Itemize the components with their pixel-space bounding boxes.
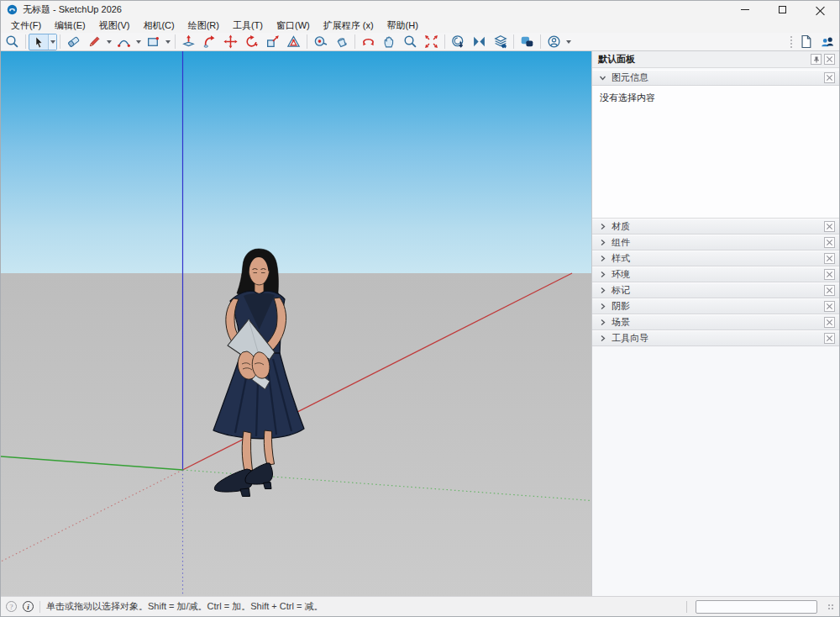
toolbar-separator [60, 34, 60, 49]
follow-me-tool-button[interactable] [199, 34, 220, 50]
pin-panel-button[interactable] [811, 54, 822, 65]
toolbar-separator [307, 34, 307, 49]
toolbar-separator [513, 34, 514, 49]
menu-extensions[interactable]: 扩展程序 (x) [317, 18, 381, 34]
close-icon [827, 256, 832, 261]
panel-section-components[interactable]: 组件 [592, 235, 839, 250]
close-button[interactable] [801, 1, 839, 18]
menu-edit[interactable]: 编辑(E) [48, 18, 92, 34]
toolbar [1, 33, 839, 51]
paint-bucket-tool-button[interactable] [331, 34, 352, 50]
panel-section-styles[interactable]: 样式 [592, 250, 839, 266]
close-icon [827, 319, 832, 325]
menu-file[interactable]: 文件(F) [4, 18, 48, 34]
feedback-button[interactable] [517, 34, 538, 50]
new-model-button[interactable] [795, 34, 816, 50]
sign-in-button[interactable] [543, 34, 564, 50]
community-button[interactable] [816, 34, 837, 50]
info-icon[interactable]: i [23, 601, 34, 612]
menu-draw[interactable]: 绘图(R) [181, 18, 226, 34]
viewport[interactable] [1, 51, 591, 596]
close-section-button[interactable] [824, 301, 835, 312]
close-section-button[interactable] [824, 72, 835, 83]
rectangle-dropdown[interactable] [164, 40, 172, 44]
close-panel-button[interactable] [824, 54, 835, 65]
close-icon [827, 224, 832, 229]
panel-header[interactable]: 默认面板 [592, 51, 839, 68]
close-section-button[interactable] [824, 221, 835, 232]
menu-camera[interactable]: 相机(C) [136, 18, 181, 34]
rectangle-tool-button[interactable] [143, 34, 164, 50]
scale-icon [265, 34, 280, 49]
close-section-button[interactable] [824, 317, 835, 328]
sign-in-dropdown[interactable] [564, 40, 573, 44]
close-section-button[interactable] [824, 253, 835, 264]
arc-tool-button[interactable] [113, 34, 134, 50]
search-tool-button[interactable] [2, 34, 23, 50]
panel-section-tags[interactable]: 标记 [592, 282, 839, 298]
toolbar-separator [444, 34, 445, 49]
menu-tools[interactable]: 工具(T) [226, 18, 270, 34]
pin-icon [813, 56, 820, 63]
eraser-tool-button[interactable] [63, 34, 84, 50]
panel-section-shadows[interactable]: 阴影 [592, 298, 839, 314]
toolbar-grip[interactable] [790, 35, 794, 49]
chevron-right-icon [599, 303, 606, 310]
select-tool-button[interactable] [29, 34, 48, 51]
status-bar: ? i 单击或拖动以选择对象。Shift = 加/减。Ctrl = 加。Shif… [1, 596, 839, 616]
select-dropdown[interactable] [48, 34, 56, 50]
menu-window[interactable]: 窗口(W) [270, 18, 317, 34]
menu-view[interactable]: 视图(V) [92, 18, 137, 34]
close-section-button[interactable] [824, 269, 835, 280]
measurement-input[interactable] [696, 600, 817, 614]
close-section-button[interactable] [824, 285, 835, 296]
close-section-button[interactable] [824, 237, 835, 248]
zoom-extents-icon [424, 34, 438, 49]
toolbar-separator [354, 34, 355, 49]
section-label: 阴影 [612, 300, 630, 313]
minimize-button[interactable] [726, 1, 764, 18]
orbit-tool-button[interactable] [358, 34, 379, 50]
close-icon [827, 272, 832, 277]
send-to-layout-button[interactable] [490, 34, 511, 50]
3d-warehouse-icon [451, 34, 465, 49]
line-dropdown[interactable] [105, 40, 113, 44]
orbit-icon [361, 34, 375, 49]
toolbar-separator [175, 34, 176, 49]
extension-warehouse-icon [472, 34, 486, 49]
move-tool-button[interactable] [220, 34, 241, 50]
rotate-tool-button[interactable] [241, 34, 262, 50]
pan-hand-icon [382, 34, 396, 49]
arc-dropdown[interactable] [134, 40, 143, 44]
follow-me-icon [202, 34, 217, 49]
status-separator [39, 601, 40, 613]
panel-section-instructor[interactable]: 工具向导 [592, 330, 839, 346]
warehouse-search-button[interactable] [448, 34, 469, 50]
help-icon[interactable]: ? [6, 601, 17, 612]
close-section-button[interactable] [824, 333, 835, 344]
section-label: 图元信息 [612, 71, 648, 84]
tape-measure-tool-button[interactable] [310, 34, 331, 50]
main-area: 默认面板 图元信息 没有选择内容 材质 [1, 51, 839, 596]
model-canvas [1, 51, 591, 596]
panel-section-scenes[interactable]: 场景 [592, 314, 839, 330]
close-icon [827, 240, 832, 245]
menu-help[interactable]: 帮助(H) [381, 18, 425, 34]
scale-tool-button[interactable] [262, 34, 283, 50]
close-icon [827, 303, 832, 309]
panel-section-environment[interactable]: 环境 [592, 266, 839, 282]
offset-tool-button[interactable] [283, 34, 304, 50]
resize-grip[interactable] [827, 604, 834, 610]
minimize-icon [741, 9, 749, 10]
maximize-button[interactable] [764, 1, 801, 18]
extension-warehouse-button[interactable] [469, 34, 490, 50]
zoom-extents-tool-button[interactable] [421, 34, 442, 50]
pan-tool-button[interactable] [379, 34, 400, 50]
line-tool-button[interactable] [84, 34, 105, 50]
panel-section-entity-info[interactable]: 图元信息 [592, 70, 839, 86]
zoom-tool-button[interactable] [400, 34, 421, 50]
panel-section-materials[interactable]: 材质 [592, 219, 839, 235]
push-pull-tool-button[interactable] [178, 34, 199, 50]
offset-icon [286, 34, 301, 49]
people-icon [820, 34, 835, 49]
